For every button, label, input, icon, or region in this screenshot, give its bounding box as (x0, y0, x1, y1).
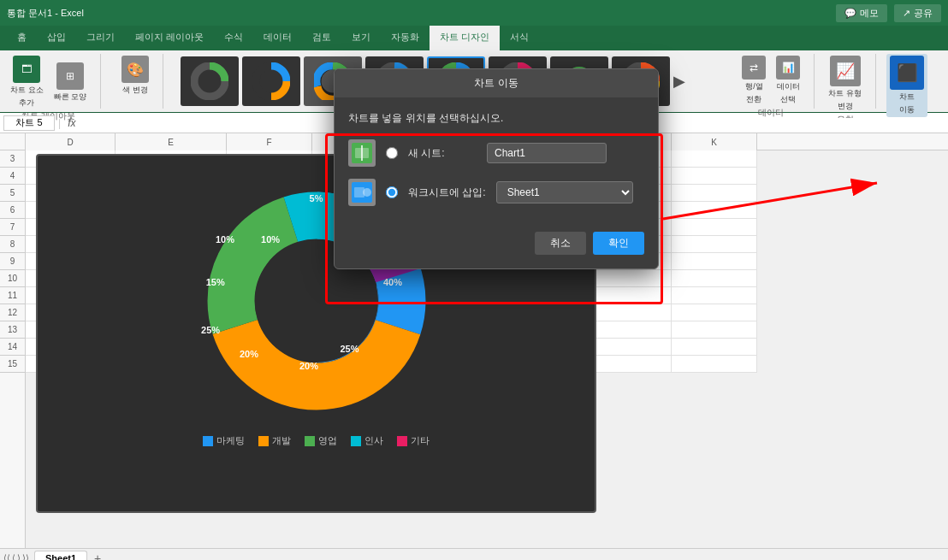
new-sheet-label: 새 시트: (408, 146, 477, 161)
confirm-button[interactable]: 확인 (593, 232, 644, 255)
insert-sheet-label: 워크시트에 삽입: (408, 186, 486, 200)
svg-point-24 (363, 188, 371, 197)
dialog-row-new-sheet: 새 시트: (348, 139, 644, 167)
dialog-overlay: 차트 이동 차트를 넣을 위치를 선택하십시오. 새 시트: 워크시트에 삽입: (0, 0, 948, 560)
cancel-button[interactable]: 취소 (535, 232, 586, 255)
move-chart-dialog: 차트 이동 차트를 넣을 위치를 선택하십시오. 새 시트: 워크시트에 삽입: (334, 68, 659, 269)
radio-new-sheet[interactable] (386, 147, 398, 159)
new-sheet-input[interactable] (487, 143, 607, 163)
radio-insert-sheet[interactable] (386, 186, 398, 198)
new-sheet-icon (348, 139, 376, 167)
dialog-row-insert-sheet: 워크시트에 삽입: Sheet1 (348, 179, 644, 206)
dialog-body: 차트를 넣을 위치를 선택하십시오. 새 시트: 워크시트에 삽입: Sheet… (335, 97, 658, 232)
insert-sheet-icon (348, 179, 376, 206)
insert-sheet-select[interactable]: Sheet1 (496, 181, 633, 203)
dialog-footer: 취소 확인 (335, 232, 658, 268)
dialog-prompt: 차트를 넣을 위치를 선택하십시오. (348, 111, 644, 126)
dialog-title: 차트 이동 (335, 69, 658, 97)
